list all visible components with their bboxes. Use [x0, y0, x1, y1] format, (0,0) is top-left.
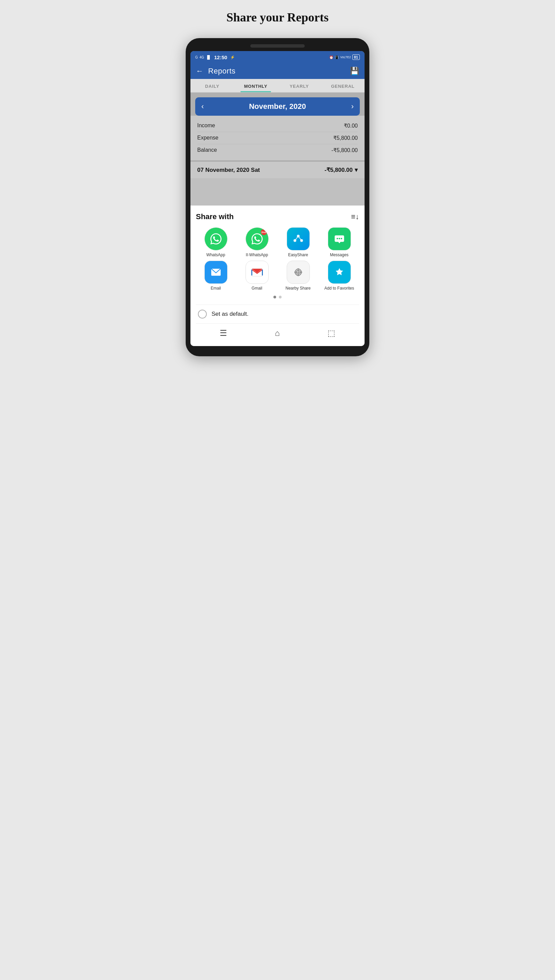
tabs-bar: DAILY MONTHLY YEARLY GENERAL: [191, 79, 364, 93]
signal-bars-icon: ▐▌: [206, 55, 211, 59]
month-label: November, 2020: [249, 102, 306, 111]
app-whatsapp[interactable]: WhatsApp: [196, 227, 236, 257]
whatsapp2-icon: 2nd: [245, 227, 269, 251]
page-wrapper: Share your Reports G 4G ▐▌ 12:50 ⚡ ⏰ 📳 V…: [139, 7, 416, 356]
chevron-down-icon: ▾: [355, 166, 358, 174]
status-left: G 4G ▐▌ 12:50 ⚡: [195, 55, 235, 60]
app-messages[interactable]: Messages: [319, 227, 359, 257]
bottom-nav: ☰ ⌂ ⬚: [196, 323, 359, 343]
tab-yearly[interactable]: YEARLY: [278, 79, 321, 92]
messages-icon: [328, 227, 351, 251]
balance-value: -₹5,800.00: [331, 147, 358, 153]
expense-row: Expense ₹5,800.00: [197, 132, 358, 144]
summary-section: Income ₹0.00 Expense ₹5,800.00 Balance -…: [191, 116, 364, 160]
app-bar: ← Reports 💾: [191, 63, 364, 79]
signal-4g-icon: 4G: [200, 55, 204, 59]
default-row[interactable]: Set as default.: [196, 305, 359, 323]
easyshare-label: EasyShare: [288, 252, 308, 257]
app-email[interactable]: Email: [196, 261, 236, 291]
tab-monthly[interactable]: MONTHLY: [234, 79, 278, 92]
status-right: ⏰ 📳 VoLTE2 81: [329, 55, 360, 60]
messages-label: Messages: [330, 252, 348, 257]
app-whatsapp2[interactable]: 2nd II·WhatsApp: [237, 227, 277, 257]
easyshare-icon: [287, 227, 310, 251]
status-time: 12:50: [214, 55, 227, 60]
app-gmail[interactable]: Gmail: [237, 261, 277, 291]
share-apps-grid: WhatsApp 2nd II·WhatsApp: [196, 227, 359, 291]
svg-line-3: [298, 236, 302, 241]
share-title: Share with: [196, 212, 234, 221]
page-title: Share your Reports: [226, 10, 329, 24]
share-sheet: Share with ≡↓ WhatsApp: [191, 206, 364, 346]
balance-label: Balance: [197, 147, 217, 153]
phone-notch: [250, 44, 305, 48]
whatsapp2-badge: 2nd: [261, 229, 267, 235]
favorites-label: Add to Favorites: [324, 286, 354, 291]
share-header: Share with ≡↓: [196, 212, 359, 221]
date-row-value: -₹5,800.00 ▾: [324, 166, 358, 174]
prev-month-button[interactable]: ‹: [201, 102, 204, 111]
nearby-label: Nearby Share: [286, 286, 311, 291]
dot-1: [273, 296, 276, 299]
pagination-dots: [196, 296, 359, 299]
app-favorites[interactable]: Add to Favorites: [319, 261, 359, 291]
usb-icon: ⚡: [230, 55, 235, 59]
expense-label: Expense: [197, 135, 218, 141]
app-easyshare[interactable]: EasyShare: [278, 227, 318, 257]
tab-general[interactable]: GENERAL: [321, 79, 364, 92]
nav-home-icon[interactable]: ⌂: [275, 328, 280, 338]
svg-point-5: [336, 238, 338, 239]
next-month-button[interactable]: ›: [351, 102, 354, 111]
income-label: Income: [197, 122, 215, 129]
alarm-icon: ⏰: [329, 55, 333, 59]
income-row: Income ₹0.00: [197, 120, 358, 132]
balance-row: Balance -₹5,800.00: [197, 144, 358, 156]
grey-filler: [191, 178, 364, 206]
status-bar: G 4G ▐▌ 12:50 ⚡ ⏰ 📳 VoLTE2 81: [191, 51, 364, 63]
vibrate-icon: 📳: [335, 55, 339, 59]
month-nav: ‹ November, 2020 ›: [195, 97, 360, 116]
app-bar-title: Reports: [208, 67, 345, 76]
save-button[interactable]: 💾: [350, 67, 359, 76]
nearby-icon: [287, 261, 310, 284]
gmail-icon: [245, 261, 269, 284]
svg-point-6: [338, 238, 340, 239]
nav-back-icon[interactable]: ⬚: [327, 328, 335, 338]
nav-menu-icon[interactable]: ☰: [220, 328, 227, 338]
email-label: Email: [210, 286, 221, 291]
phone-frame: G 4G ▐▌ 12:50 ⚡ ⏰ 📳 VoLTE2 81 ←: [186, 38, 369, 356]
phone-screen: G 4G ▐▌ 12:50 ⚡ ⏰ 📳 VoLTE2 81 ←: [191, 51, 364, 346]
tab-daily[interactable]: DAILY: [191, 79, 234, 92]
whatsapp2-label: II·WhatsApp: [246, 252, 268, 257]
date-row-label: 07 November, 2020 Sat: [197, 167, 260, 174]
sort-icon[interactable]: ≡↓: [351, 212, 359, 221]
dot-2: [279, 296, 282, 299]
app-nearby[interactable]: Nearby Share: [278, 261, 318, 291]
email-icon: [204, 261, 228, 284]
income-value: ₹0.00: [344, 122, 358, 129]
whatsapp-label: WhatsApp: [207, 252, 225, 257]
battery-icon: 81: [352, 55, 360, 60]
svg-line-4: [295, 236, 298, 241]
volte-icon: VoLTE2: [340, 55, 351, 59]
gmail-label: Gmail: [252, 286, 262, 291]
whatsapp-icon: [204, 227, 228, 251]
default-radio[interactable]: [198, 310, 207, 318]
svg-point-7: [340, 238, 342, 239]
expense-value: ₹5,800.00: [333, 135, 358, 141]
favorites-icon: [328, 261, 351, 284]
default-label: Set as default.: [212, 311, 249, 318]
back-button[interactable]: ←: [196, 67, 204, 76]
date-row[interactable]: 07 November, 2020 Sat -₹5,800.00 ▾: [191, 161, 364, 178]
signal-g-icon: G: [195, 55, 198, 59]
